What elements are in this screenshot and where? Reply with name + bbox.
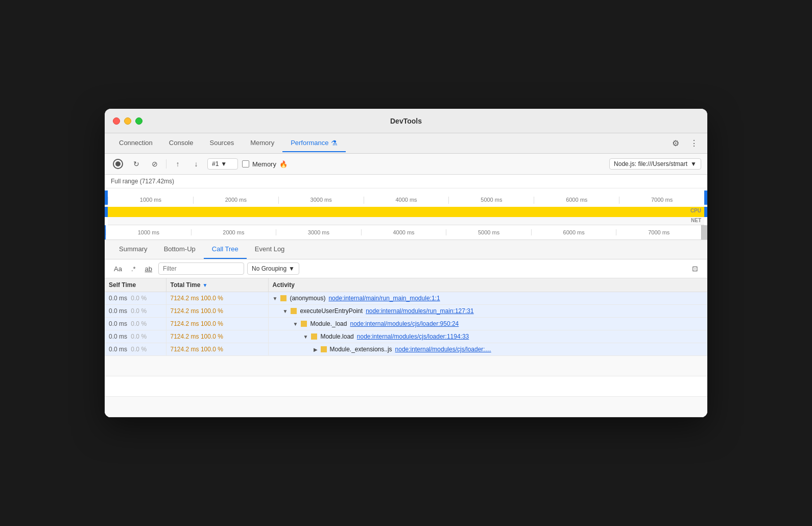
net-right-space xyxy=(704,217,707,225)
table-row-empty xyxy=(105,356,707,376)
cell-total-time-3: 7124.2 ms 100.0 % xyxy=(166,330,268,343)
cpu-right-handle xyxy=(704,207,707,217)
activity-link-0[interactable]: node:internal/main/run_main_module:1:1 xyxy=(328,295,440,302)
ruler-mark-2000: 2000 ms xyxy=(193,197,278,204)
activity-link-4[interactable]: node:internal/modules/cjs/loader:… xyxy=(395,346,491,353)
cell-activity-0: ▼ (anonymous) node:internal/main/run_mai… xyxy=(268,292,707,305)
lower-mark-7000: 7000 ms xyxy=(616,229,701,235)
grouping-select[interactable]: No Grouping ▼ xyxy=(247,262,299,275)
lower-mark-1000: 1000 ms xyxy=(106,229,191,235)
grouping-dropdown-arrow: ▼ xyxy=(289,265,295,272)
activity-name-4: Module._extensions..js xyxy=(330,346,392,353)
filter-input[interactable] xyxy=(158,262,244,275)
lower-scrollbar[interactable] xyxy=(701,225,707,240)
more-button[interactable]: ⋮ xyxy=(687,136,701,151)
table-header-row: Self Time Total Time ▼ Activity xyxy=(105,278,707,292)
activity-color-2 xyxy=(301,321,307,327)
tab-connection[interactable]: Connection xyxy=(111,135,161,152)
cell-total-time-4: 7124.2 ms 100.0 % xyxy=(166,343,268,356)
profile-selector[interactable]: #1 ▼ xyxy=(207,158,238,170)
tab-summary[interactable]: Summary xyxy=(111,240,156,259)
whole-word-button[interactable]: ab xyxy=(142,264,155,274)
ruler-mark-6000: 6000 ms xyxy=(534,197,619,204)
nav-tabs: Connection Console Sources Memory Perfor… xyxy=(111,135,668,152)
expand-icon-0[interactable]: ▼ xyxy=(273,296,278,301)
activity-name-0: (anonymous) xyxy=(290,295,325,302)
ruler-handle-right[interactable] xyxy=(704,190,707,205)
activity-color-3 xyxy=(311,333,317,340)
activity-name-1: executeUserEntryPoint xyxy=(300,307,363,315)
activity-color-1 xyxy=(291,308,297,314)
cell-self-time-3: 0.0 ms 0.0 % xyxy=(105,330,166,343)
settings-button[interactable]: ⚙ xyxy=(668,136,683,151)
net-label: NET xyxy=(691,218,701,223)
cell-self-time-4: 0.0 ms 0.0 % xyxy=(105,343,166,356)
cell-activity-4: ▶ Module._extensions..js node:internal/m… xyxy=(268,343,707,356)
profile-label: #1 xyxy=(212,160,219,168)
node-selector[interactable]: Node.js: file:///Users/stmart ▼ xyxy=(609,158,701,170)
expand-icon-3[interactable]: ▼ xyxy=(303,334,308,340)
cell-self-time-2: 0.0 ms 0.0 % xyxy=(105,318,166,330)
minimize-button[interactable] xyxy=(124,117,131,125)
bottom-tabs-row: Summary Bottom-Up Call Tree Event Log xyxy=(105,240,707,259)
panel-toggle-button[interactable]: ⊡ xyxy=(689,262,701,275)
regex-button[interactable]: .* xyxy=(128,264,139,274)
memory-check: Memory 🔥 xyxy=(242,160,288,168)
cell-activity-3: ▼ Module.load node:internal/modules/cjs/… xyxy=(268,330,707,343)
tab-event-log[interactable]: Event Log xyxy=(247,240,293,259)
tab-performance-label: Performance xyxy=(291,139,328,147)
download-button[interactable]: ↓ xyxy=(189,157,203,171)
cpu-bar: CPU xyxy=(108,207,704,217)
profile-dropdown-arrow: ▼ xyxy=(221,160,227,168)
expand-icon-2[interactable]: ▼ xyxy=(293,321,298,327)
table-row: 0.0 ms 0.0 % 7124.2 ms 100.0 % ▼ Module.… xyxy=(105,330,707,343)
record-icon xyxy=(113,159,123,169)
ruler-track: 1000 ms 2000 ms 3000 ms 4000 ms 5000 ms … xyxy=(108,192,704,204)
reload-button[interactable]: ↻ xyxy=(129,157,144,171)
activity-name-3: Module.load xyxy=(320,333,353,340)
case-sensitive-button[interactable]: Aa xyxy=(111,264,125,274)
close-button[interactable] xyxy=(113,117,120,125)
timeline-area: Full range (7127.42ms) 1000 ms 2000 ms 3… xyxy=(105,175,707,240)
activity-link-1[interactable]: node:internal/modules/run_main:127:31 xyxy=(366,307,473,315)
upload-button[interactable]: ↑ xyxy=(171,157,185,171)
th-activity: Activity xyxy=(268,278,707,292)
tab-memory[interactable]: Memory xyxy=(242,135,282,152)
flask-icon: ⚗ xyxy=(331,139,338,147)
title-bar: DevTools xyxy=(105,109,707,133)
table-row-empty xyxy=(105,397,707,417)
call-tree-table-container: Self Time Total Time ▼ Activity xyxy=(105,278,707,417)
activity-link-2[interactable]: node:internal/modules/cjs/loader:950:24 xyxy=(350,320,459,327)
grouping-label: No Grouping xyxy=(252,265,286,272)
table-row-empty xyxy=(105,376,707,397)
window-title: DevTools xyxy=(390,117,422,125)
activity-color-4 xyxy=(321,346,327,352)
cell-total-time-0: 7124.2 ms 100.0 % xyxy=(166,292,268,305)
table-row: 0.0 ms 0.0 % 7124.2 ms 100.0 % ▶ Module.… xyxy=(105,343,707,356)
memory-checkbox[interactable] xyxy=(242,160,249,168)
expand-icon-4[interactable]: ▶ xyxy=(314,347,318,352)
upper-ruler[interactable]: 1000 ms 2000 ms 3000 ms 4000 ms 5000 ms … xyxy=(105,188,707,207)
table-body: 0.0 ms 0.0 % 7124.2 ms 100.0 % ▼ (anonym… xyxy=(105,292,707,417)
tab-console[interactable]: Console xyxy=(161,135,202,152)
tab-performance[interactable]: Performance ⚗ xyxy=(282,135,345,152)
devtools-window: DevTools Connection Console Sources Memo… xyxy=(105,109,707,417)
cell-self-time-0: 0.0 ms 0.0 % xyxy=(105,292,166,305)
th-total-time[interactable]: Total Time ▼ xyxy=(166,278,268,292)
record-button[interactable] xyxy=(111,157,125,171)
tab-call-tree[interactable]: Call Tree xyxy=(204,240,247,259)
lower-mark-2000: 2000 ms xyxy=(191,229,276,235)
tab-sources[interactable]: Sources xyxy=(201,135,242,152)
maximize-button[interactable] xyxy=(135,117,142,125)
ruler-marks: 1000 ms 2000 ms 3000 ms 4000 ms 5000 ms … xyxy=(108,192,704,204)
clear-button[interactable]: ⊘ xyxy=(148,157,162,171)
lower-ruler[interactable]: 1000 ms 2000 ms 3000 ms 4000 ms 5000 ms … xyxy=(106,225,701,240)
th-self-time: Self Time xyxy=(105,278,166,292)
lower-mark-6000: 6000 ms xyxy=(531,229,616,235)
activity-name-2: Module._load xyxy=(310,320,347,327)
tab-bottom-up[interactable]: Bottom-Up xyxy=(156,240,204,259)
expand-icon-1[interactable]: ▼ xyxy=(283,308,288,314)
ruler-mark-4000: 4000 ms xyxy=(364,197,449,204)
activity-link-3[interactable]: node:internal/modules/cjs/loader:1194:33 xyxy=(357,333,469,340)
node-dropdown-arrow: ▼ xyxy=(690,160,697,168)
